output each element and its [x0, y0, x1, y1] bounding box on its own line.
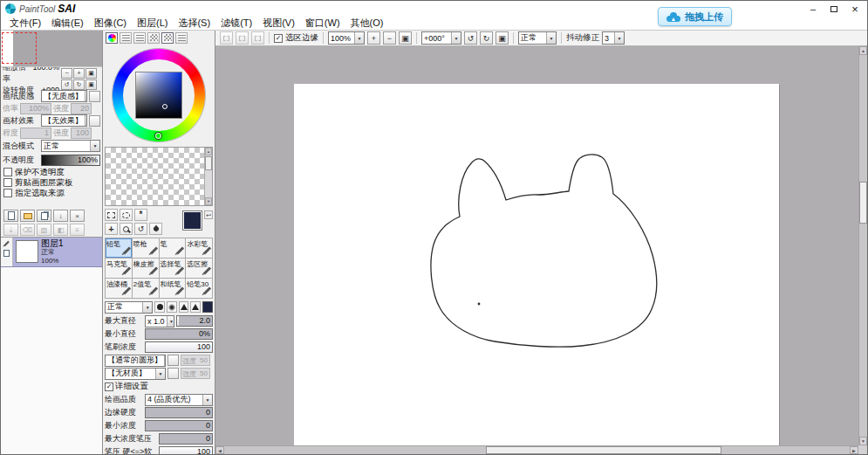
- navigator-viewport-rect[interactable]: [2, 32, 37, 64]
- rotate-reset-button[interactable]: ▣: [85, 79, 97, 90]
- paint-mode-select[interactable]: 正常: [518, 31, 557, 45]
- scroll-thumb[interactable]: [205, 156, 212, 170]
- rect-select-tool[interactable]: [105, 209, 118, 221]
- foreground-color-swatch[interactable]: [182, 210, 202, 231]
- brush-texture-select[interactable]: 【无材质】: [105, 368, 166, 380]
- scroll-left-icon[interactable]: ◀: [215, 446, 224, 454]
- paper-texture-invert-button[interactable]: [89, 91, 100, 102]
- scroll-down-icon[interactable]: ▼: [859, 437, 867, 445]
- zoom-in-button[interactable]: +: [73, 68, 85, 79]
- toolbar-zoom-in-button[interactable]: +: [367, 31, 380, 45]
- layer-opacity-slider[interactable]: 100%: [41, 155, 100, 166]
- canvas-viewport[interactable]: ▲ ▼ ◀ ▶: [215, 46, 867, 454]
- rgb-sliders-tab[interactable]: [120, 32, 132, 44]
- toolbar-rotate-ccw-button[interactable]: ↺: [464, 31, 477, 45]
- clipping-mask-checkbox[interactable]: 剪贴画图层蒙板: [1, 177, 102, 188]
- tool-bucket[interactable]: 油漆桶: [106, 279, 133, 299]
- scratchpad-scrollbar[interactable]: ▲ ▼: [204, 148, 212, 205]
- menu-window[interactable]: 窗口(W): [300, 16, 345, 31]
- horizontal-scroll-thumb[interactable]: [486, 446, 721, 454]
- layer-mask-button[interactable]: ◧: [53, 224, 68, 236]
- brush-tip-hard-button[interactable]: [154, 301, 165, 313]
- hsv-sliders-tab[interactable]: [133, 32, 146, 44]
- selection-edge-checkbox[interactable]: 选区边缘: [274, 32, 318, 44]
- layer-row-selected[interactable]: 图层1 正常 100%: [1, 238, 102, 267]
- brush-texture-invert-button[interactable]: [167, 368, 179, 379]
- zoom-level-select[interactable]: 100%: [328, 31, 365, 45]
- minimize-button[interactable]: –: [803, 2, 824, 16]
- rotate-ccw-button[interactable]: ↺: [61, 79, 72, 90]
- scratchpad-tab[interactable]: [175, 32, 188, 44]
- toolbar-zoom-out-button[interactable]: −: [383, 31, 396, 45]
- brush-shape-invert-button[interactable]: [167, 355, 179, 366]
- menu-others[interactable]: 其他(O): [345, 16, 389, 31]
- menu-layer[interactable]: 图层(L): [132, 16, 173, 31]
- min-density-slider[interactable]: 0: [145, 420, 213, 431]
- toolbar-rotate-reset-button[interactable]: ▣: [496, 31, 509, 45]
- max-density-pressure-slider[interactable]: 0: [159, 433, 213, 445]
- scroll-up-icon[interactable]: ▲: [859, 46, 867, 55]
- layer-visibility-strip[interactable]: [1, 238, 13, 266]
- selection-transform-button[interactable]: [220, 31, 233, 45]
- vertical-scroll-thumb[interactable]: [859, 182, 867, 224]
- tool-watercolor[interactable]: 水彩笔: [186, 238, 213, 259]
- maximize-button[interactable]: [824, 2, 844, 16]
- advanced-settings-checkbox[interactable]: 详细设置: [103, 380, 215, 393]
- toolbar-zoom-reset-button[interactable]: ▣: [399, 31, 412, 45]
- tool-pencil[interactable]: 铅笔: [106, 238, 133, 259]
- tool-eraser[interactable]: 橡皮擦: [133, 259, 160, 279]
- tool-marker[interactable]: 马克笔: [106, 259, 133, 279]
- tool-pen[interactable]: 笔: [160, 238, 187, 259]
- scratchpad-canvas[interactable]: ▲ ▼: [105, 147, 213, 206]
- menu-view[interactable]: 视图(V): [257, 16, 300, 31]
- swap-colors-button[interactable]: ↩: [204, 210, 213, 219]
- horizontal-scrollbar[interactable]: ◀ ▶: [215, 445, 858, 454]
- saturation-value-square[interactable]: [135, 72, 182, 119]
- paper-effect-select[interactable]: 【无效果】: [41, 114, 87, 127]
- layer-options-button[interactable]: ≡: [70, 224, 85, 236]
- view-angle-select[interactable]: +000°: [421, 31, 461, 45]
- close-button[interactable]: ×: [844, 2, 865, 16]
- menu-file[interactable]: 文件(F): [4, 16, 46, 31]
- duplicate-layer-button[interactable]: [37, 210, 51, 222]
- transfer-down-button[interactable]: ⇣: [3, 224, 18, 236]
- vertical-scrollbar[interactable]: ▲ ▼: [858, 46, 867, 445]
- blend-mode-select[interactable]: 正常: [41, 140, 100, 152]
- fill-layer-button[interactable]: ▧: [37, 224, 51, 236]
- canvas-document[interactable]: [294, 84, 779, 446]
- selection-source-checkbox[interactable]: 指定选取来源: [1, 188, 102, 198]
- eyedropper-tool[interactable]: [149, 223, 162, 235]
- scroll-track[interactable]: [205, 155, 212, 197]
- brush-shape-select[interactable]: 【通常的圆形】: [105, 355, 166, 367]
- move-tool[interactable]: +: [105, 223, 118, 235]
- paper-effect-invert-button[interactable]: [89, 115, 100, 127]
- toolbar-rotate-cw-button[interactable]: ↻: [480, 31, 493, 45]
- new-layer-button[interactable]: [3, 210, 18, 222]
- selection-scale-button[interactable]: [236, 31, 249, 45]
- layer-thumbnail[interactable]: [16, 240, 38, 263]
- swatches-tab[interactable]: [161, 32, 174, 44]
- brush-blend-select[interactable]: 正常: [105, 301, 153, 314]
- tool-paper-pen[interactable]: 和纸笔: [160, 279, 187, 299]
- brush-density-slider[interactable]: 100: [145, 341, 213, 353]
- scroll-down-icon[interactable]: ▼: [205, 197, 212, 205]
- lasso-tool[interactable]: [120, 209, 133, 221]
- paper-texture-select[interactable]: 【无质感】: [41, 90, 87, 102]
- scroll-up-icon[interactable]: ▲: [205, 148, 212, 155]
- stabilizer-select[interactable]: 3: [602, 31, 625, 45]
- clear-layer-button[interactable]: ⌫: [20, 224, 35, 236]
- tool-select-eraser[interactable]: 选区擦: [186, 259, 213, 279]
- rotate-cw-button[interactable]: ↻: [73, 79, 85, 90]
- magic-wand-tool[interactable]: *: [134, 209, 147, 221]
- menu-select[interactable]: 选择(S): [173, 16, 215, 31]
- merge-down-button[interactable]: ↓: [53, 210, 68, 222]
- menu-canvas[interactable]: 图像(C): [89, 16, 132, 31]
- diameter-unit-select[interactable]: x 1.0: [145, 315, 174, 327]
- paint-quality-select[interactable]: 4 (品质优先): [145, 394, 213, 406]
- tool-pencil30[interactable]: 铅笔30: [186, 279, 213, 299]
- hue-ring[interactable]: [113, 49, 205, 141]
- menu-filter[interactable]: 滤镜(T): [215, 16, 257, 31]
- selection-rotate-button[interactable]: [251, 31, 264, 45]
- zoom-reset-button[interactable]: ▣: [85, 68, 97, 79]
- pen-pressure-slider[interactable]: 100: [159, 446, 213, 454]
